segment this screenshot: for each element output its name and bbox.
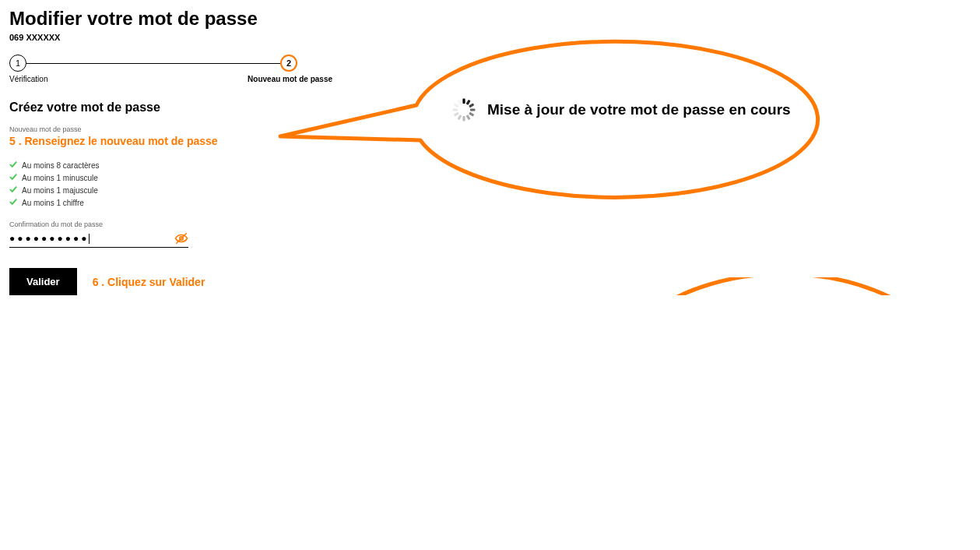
instruction-6: 6 . Cliquez sur Valider bbox=[93, 276, 205, 288]
spinner-icon bbox=[451, 97, 476, 122]
login-panel: Pour vous identifier 0692XXXXXX Changer … bbox=[699, 294, 948, 295]
svg-rect-7 bbox=[466, 115, 471, 120]
eye-off-icon[interactable] bbox=[174, 231, 188, 245]
svg-rect-9 bbox=[457, 115, 462, 120]
callout-updating: Mise à jour de votre mot de passe en cou… bbox=[269, 19, 829, 203]
confirm-password-label: Confirmation du mot de passe bbox=[9, 220, 380, 228]
login-title: Pour vous identifier bbox=[699, 294, 948, 295]
check-icon bbox=[9, 197, 17, 210]
callout-login: Pour vous identifier 0692XXXXXX Changer … bbox=[296, 277, 980, 295]
svg-rect-2 bbox=[462, 99, 465, 104]
step-line bbox=[26, 63, 280, 64]
svg-rect-10 bbox=[454, 112, 459, 117]
updating-message: Mise à jour de votre mot de passe en cou… bbox=[487, 101, 791, 118]
svg-rect-13 bbox=[457, 100, 462, 105]
check-icon bbox=[9, 160, 17, 172]
confirm-password-input[interactable]: ●●●●●●●●●● bbox=[9, 230, 188, 248]
svg-rect-12 bbox=[454, 103, 459, 108]
check-icon bbox=[9, 185, 17, 197]
svg-rect-8 bbox=[462, 116, 465, 121]
step-1-label: Vérification bbox=[9, 75, 192, 83]
svg-rect-6 bbox=[469, 112, 474, 117]
step-1-circle: 1 bbox=[9, 55, 26, 72]
check-icon bbox=[9, 172, 17, 185]
svg-rect-3 bbox=[466, 100, 471, 105]
svg-rect-11 bbox=[453, 108, 458, 111]
validate-button[interactable]: Valider bbox=[9, 268, 77, 295]
svg-rect-4 bbox=[469, 103, 474, 108]
svg-rect-5 bbox=[470, 108, 475, 111]
